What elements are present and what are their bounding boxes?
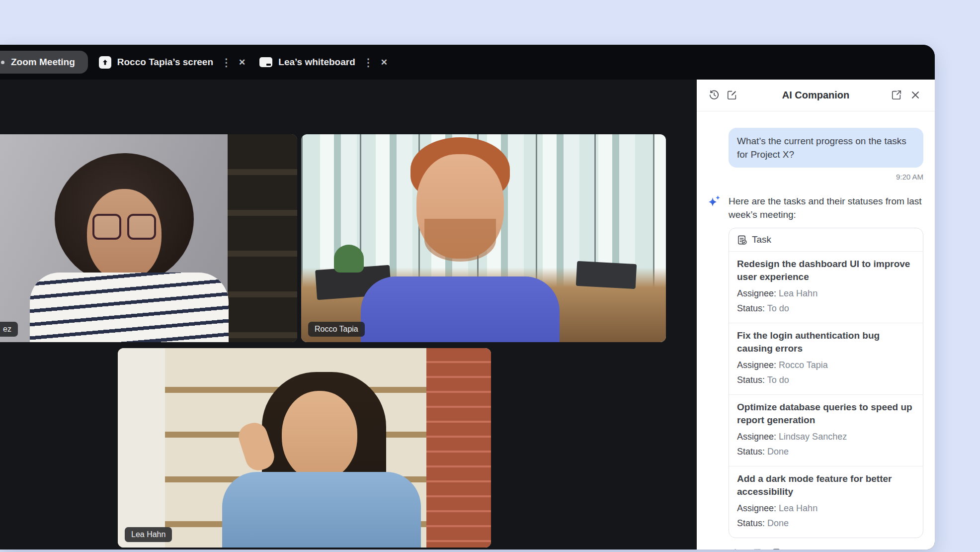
task-status: Status: Done <box>737 516 915 531</box>
task-assignee: Assignee: Rocco Tapia <box>737 358 915 372</box>
message-timestamp: 9:20 AM <box>729 173 923 181</box>
history-icon[interactable] <box>708 89 721 101</box>
tab-rocco-screen-label: Rocco Tapia’s screen <box>117 57 213 68</box>
video-stage: ez Rocco Tapia Lea Hahn <box>0 80 697 550</box>
task-title: Redesign the dashboard UI to improve use… <box>737 258 915 283</box>
meeting-status-dot-icon <box>1 61 4 64</box>
task-assignee: Assignee: Lindsay Sanchez <box>737 429 915 444</box>
name-tag: ez <box>0 322 18 337</box>
name-tag: Lea Hahn <box>125 527 172 542</box>
thumbs-down-icon[interactable] <box>750 547 763 550</box>
task-row: Fix the login authentication bug causing… <box>729 323 923 395</box>
new-chat-icon[interactable] <box>726 89 738 101</box>
ai-panel-header: AI Companion <box>697 80 935 111</box>
copy-icon[interactable] <box>771 547 784 550</box>
response-feedback-bar <box>729 547 923 550</box>
task-card-header: Task <box>729 228 923 252</box>
tab-lea-whiteboard[interactable]: Lea’s whiteboard ⋮ ✕ <box>259 57 388 68</box>
task-row: Optimize database queries to speed up re… <box>729 395 923 466</box>
tab-rocco-close-icon[interactable]: ✕ <box>239 58 245 67</box>
open-in-window-icon[interactable] <box>890 89 903 101</box>
ai-response: Here are the tasks and their statuses fr… <box>729 194 923 550</box>
chat-messages: What’s the current progress on the tasks… <box>697 111 935 550</box>
participant-video-rocco[interactable]: Rocco Tapia <box>301 134 666 342</box>
task-title: Fix the login authentication bug causing… <box>737 329 915 355</box>
task-row: Redesign the dashboard UI to improve use… <box>729 252 923 323</box>
name-tag: Rocco Tapia <box>308 322 365 337</box>
tab-zoom-meeting[interactable]: Zoom Meeting <box>0 51 88 74</box>
participant-video-lea[interactable]: Lea Hahn <box>118 348 491 548</box>
tab-rocco-menu-icon[interactable]: ⋮ <box>221 57 232 68</box>
tab-rocco-screen[interactable]: Rocco Tapia’s screen ⋮ ✕ <box>99 56 246 69</box>
task-assignee: Assignee: Lea Hahn <box>737 501 915 516</box>
task-card: Task Redesign the dashboard UI to improv… <box>729 228 923 538</box>
task-status: Status: Done <box>737 444 915 459</box>
task-card-header-label: Task <box>752 234 771 245</box>
task-list-icon <box>737 235 747 245</box>
task-row: Add a dark mode feature for better acces… <box>729 466 923 538</box>
tab-zoom-meeting-label: Zoom Meeting <box>11 57 75 68</box>
task-assignee: Assignee: Lea Hahn <box>737 286 915 301</box>
tab-lea-menu-icon[interactable]: ⋮ <box>363 57 374 68</box>
user-message-bubble: What’s the current progress on the tasks… <box>729 128 923 168</box>
task-status: Status: To do <box>737 301 915 316</box>
task-title: Optimize database queries to speed up re… <box>737 401 915 427</box>
participant-video-lindsay[interactable]: ez <box>0 134 297 342</box>
task-status: Status: To do <box>737 372 915 387</box>
zoom-app-window: Zoom Meeting Rocco Tapia’s screen ⋮ ✕ Le… <box>0 45 935 550</box>
ai-response-intro: Here are the tasks and their statuses fr… <box>729 194 923 221</box>
whiteboard-icon <box>259 57 272 67</box>
tab-bar: Zoom Meeting Rocco Tapia’s screen ⋮ ✕ Le… <box>0 45 935 80</box>
task-title: Add a dark mode feature for better acces… <box>737 472 915 498</box>
thumbs-up-icon[interactable] <box>729 547 741 550</box>
bookshelf-decor <box>228 134 297 342</box>
ai-companion-panel: AI Companion <box>697 80 935 550</box>
close-panel-icon[interactable] <box>909 89 922 101</box>
share-screen-icon <box>99 56 111 69</box>
tab-lea-close-icon[interactable]: ✕ <box>381 58 388 67</box>
ai-companion-sparkle-icon <box>707 194 722 209</box>
tab-lea-whiteboard-label: Lea’s whiteboard <box>278 57 355 68</box>
